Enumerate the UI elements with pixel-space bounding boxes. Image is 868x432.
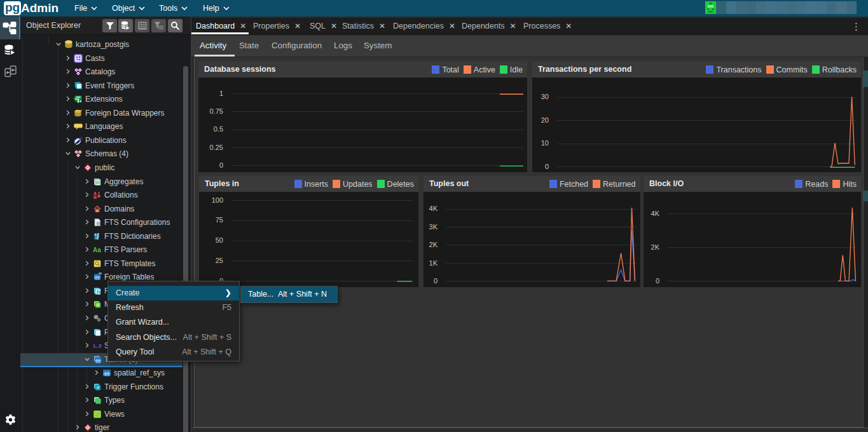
svg-text:B: B bbox=[93, 195, 97, 199]
svg-text:Aa: Aa bbox=[93, 246, 101, 253]
svg-text:fx: fx bbox=[97, 288, 100, 294]
svg-text:1..3: 1..3 bbox=[93, 343, 102, 349]
